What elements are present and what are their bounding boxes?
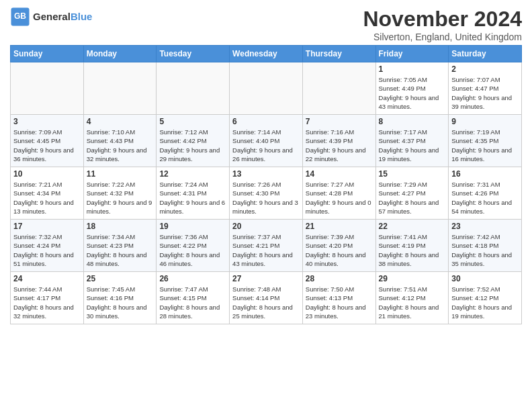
calendar-cell: 11Sunrise: 7:22 AM Sunset: 4:32 PM Dayli… [83, 167, 157, 220]
week-row-4: 17Sunrise: 7:32 AM Sunset: 4:24 PM Dayli… [11, 220, 522, 272]
day-info: Sunrise: 7:36 AM Sunset: 4:22 PM Dayligh… [159, 232, 226, 268]
header-day-sunday: Sunday [11, 46, 84, 62]
week-row-5: 24Sunrise: 7:44 AM Sunset: 4:17 PM Dayli… [11, 272, 522, 324]
calendar-cell: 25Sunrise: 7:45 AM Sunset: 4:16 PM Dayli… [83, 272, 157, 324]
logo-icon: GB [10, 7, 30, 27]
day-number: 17 [13, 222, 81, 231]
calendar-cell: 28Sunrise: 7:50 AM Sunset: 4:13 PM Dayli… [302, 272, 375, 324]
day-info: Sunrise: 7:44 AM Sunset: 4:17 PM Dayligh… [13, 285, 81, 320]
day-info: Sunrise: 7:19 AM Sunset: 4:35 PM Dayligh… [451, 128, 519, 163]
calendar-cell: 17Sunrise: 7:32 AM Sunset: 4:24 PM Dayli… [11, 220, 84, 272]
day-number: 13 [232, 169, 300, 179]
day-number: 22 [379, 222, 446, 231]
calendar-table: SundayMondayTuesdayWednesdayThursdayFrid… [10, 45, 522, 324]
calendar-cell [230, 62, 303, 115]
day-info: Sunrise: 7:32 AM Sunset: 4:24 PM Dayligh… [13, 232, 81, 268]
day-info: Sunrise: 7:24 AM Sunset: 4:31 PM Dayligh… [159, 180, 226, 216]
day-info: Sunrise: 7:42 AM Sunset: 4:18 PM Dayligh… [451, 232, 519, 268]
calendar-cell: 26Sunrise: 7:47 AM Sunset: 4:15 PM Dayli… [157, 272, 230, 324]
day-number: 24 [13, 274, 81, 283]
day-info: Sunrise: 7:05 AM Sunset: 4:49 PM Dayligh… [379, 75, 446, 111]
header-day-saturday: Saturday [449, 46, 522, 62]
day-info: Sunrise: 7:07 AM Sunset: 4:47 PM Dayligh… [451, 75, 519, 111]
calendar-cell: 9Sunrise: 7:19 AM Sunset: 4:35 PM Daylig… [449, 115, 522, 167]
day-info: Sunrise: 7:47 AM Sunset: 4:15 PM Dayligh… [159, 285, 226, 320]
calendar-cell: 29Sunrise: 7:51 AM Sunset: 4:12 PM Dayli… [375, 272, 449, 324]
calendar-cell: 2Sunrise: 7:07 AM Sunset: 4:47 PM Daylig… [449, 62, 522, 115]
day-info: Sunrise: 7:31 AM Sunset: 4:26 PM Dayligh… [451, 180, 519, 216]
header-day-tuesday: Tuesday [157, 46, 230, 62]
calendar-cell: 5Sunrise: 7:12 AM Sunset: 4:42 PM Daylig… [157, 115, 230, 167]
header-day-monday: Monday [83, 46, 157, 62]
day-info: Sunrise: 7:26 AM Sunset: 4:30 PM Dayligh… [232, 180, 300, 216]
day-number: 9 [451, 117, 519, 126]
location-subtitle: Silverton, England, United Kingdom [363, 32, 522, 42]
calendar-header: GB GeneralBlue November 2024 Silverton, … [10, 7, 522, 42]
day-info: Sunrise: 7:29 AM Sunset: 4:27 PM Dayligh… [379, 180, 446, 216]
day-number: 20 [232, 222, 300, 231]
day-number: 4 [87, 117, 154, 126]
calendar-cell: 15Sunrise: 7:29 AM Sunset: 4:27 PM Dayli… [375, 167, 449, 220]
day-number: 30 [451, 274, 519, 283]
month-title: November 2024 [363, 7, 522, 32]
calendar-cell: 22Sunrise: 7:41 AM Sunset: 4:19 PM Dayli… [375, 220, 449, 272]
calendar-cell: 3Sunrise: 7:09 AM Sunset: 4:45 PM Daylig… [11, 115, 84, 167]
week-row-3: 10Sunrise: 7:21 AM Sunset: 4:34 PM Dayli… [11, 167, 522, 220]
calendar-cell: 12Sunrise: 7:24 AM Sunset: 4:31 PM Dayli… [157, 167, 230, 220]
day-number: 2 [451, 64, 519, 74]
title-block: November 2024 Silverton, England, United… [363, 7, 522, 42]
day-info: Sunrise: 7:37 AM Sunset: 4:21 PM Dayligh… [232, 232, 300, 268]
header-day-thursday: Thursday [302, 46, 375, 62]
calendar-cell: 30Sunrise: 7:52 AM Sunset: 4:12 PM Dayli… [449, 272, 522, 324]
calendar-cell: 14Sunrise: 7:27 AM Sunset: 4:28 PM Dayli… [302, 167, 375, 220]
calendar-cell: 1Sunrise: 7:05 AM Sunset: 4:49 PM Daylig… [375, 62, 449, 115]
day-number: 15 [379, 169, 446, 179]
day-number: 21 [306, 222, 373, 231]
day-info: Sunrise: 7:50 AM Sunset: 4:13 PM Dayligh… [306, 285, 373, 320]
day-info: Sunrise: 7:41 AM Sunset: 4:19 PM Dayligh… [379, 232, 446, 268]
day-number: 3 [13, 117, 81, 126]
day-number: 16 [451, 169, 519, 179]
day-info: Sunrise: 7:34 AM Sunset: 4:23 PM Dayligh… [87, 232, 154, 268]
day-info: Sunrise: 7:16 AM Sunset: 4:39 PM Dayligh… [306, 128, 373, 163]
day-number: 26 [159, 274, 226, 283]
day-info: Sunrise: 7:22 AM Sunset: 4:32 PM Dayligh… [87, 180, 154, 216]
day-number: 19 [159, 222, 226, 231]
day-number: 11 [87, 169, 154, 179]
calendar-cell: 6Sunrise: 7:14 AM Sunset: 4:40 PM Daylig… [230, 115, 303, 167]
day-info: Sunrise: 7:10 AM Sunset: 4:43 PM Dayligh… [87, 128, 154, 163]
day-number: 7 [306, 117, 373, 126]
calendar-container: GB GeneralBlue November 2024 Silverton, … [0, 0, 532, 328]
day-info: Sunrise: 7:17 AM Sunset: 4:37 PM Dayligh… [379, 128, 446, 163]
day-number: 29 [379, 274, 446, 283]
day-info: Sunrise: 7:21 AM Sunset: 4:34 PM Dayligh… [13, 180, 81, 216]
day-number: 14 [306, 169, 373, 179]
calendar-cell: 27Sunrise: 7:48 AM Sunset: 4:14 PM Dayli… [230, 272, 303, 324]
day-info: Sunrise: 7:45 AM Sunset: 4:16 PM Dayligh… [87, 285, 154, 320]
week-row-1: 1Sunrise: 7:05 AM Sunset: 4:49 PM Daylig… [11, 62, 522, 115]
day-number: 18 [87, 222, 154, 231]
calendar-cell: 4Sunrise: 7:10 AM Sunset: 4:43 PM Daylig… [83, 115, 157, 167]
header-row: SundayMondayTuesdayWednesdayThursdayFrid… [11, 46, 522, 62]
calendar-cell: 20Sunrise: 7:37 AM Sunset: 4:21 PM Dayli… [230, 220, 303, 272]
logo-text-blue: Blue [71, 11, 93, 22]
day-info: Sunrise: 7:48 AM Sunset: 4:14 PM Dayligh… [232, 285, 300, 320]
day-number: 6 [232, 117, 300, 126]
calendar-cell: 16Sunrise: 7:31 AM Sunset: 4:26 PM Dayli… [449, 167, 522, 220]
day-info: Sunrise: 7:09 AM Sunset: 4:45 PM Dayligh… [13, 128, 81, 163]
logo: GB GeneralBlue [10, 7, 92, 27]
day-number: 23 [451, 222, 519, 231]
calendar-cell [83, 62, 157, 115]
day-number: 12 [159, 169, 226, 179]
day-info: Sunrise: 7:27 AM Sunset: 4:28 PM Dayligh… [306, 180, 373, 216]
svg-text:GB: GB [14, 11, 26, 21]
calendar-cell: 8Sunrise: 7:17 AM Sunset: 4:37 PM Daylig… [375, 115, 449, 167]
header-day-wednesday: Wednesday [230, 46, 303, 62]
day-number: 8 [379, 117, 446, 126]
day-number: 28 [306, 274, 373, 283]
calendar-cell [11, 62, 84, 115]
day-number: 27 [232, 274, 300, 283]
day-number: 10 [13, 169, 81, 179]
calendar-cell: 7Sunrise: 7:16 AM Sunset: 4:39 PM Daylig… [302, 115, 375, 167]
calendar-cell [302, 62, 375, 115]
